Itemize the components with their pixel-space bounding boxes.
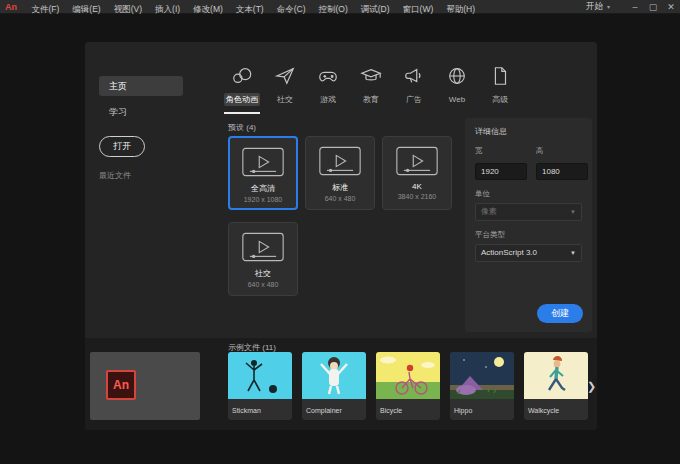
units-label: 单位 bbox=[475, 189, 582, 199]
video-preset-icon bbox=[306, 146, 374, 180]
menu-item[interactable]: 调试(D) bbox=[354, 4, 396, 14]
open-button[interactable]: 打开 bbox=[99, 136, 145, 157]
platform-value: ActionScript 3.0 bbox=[481, 248, 537, 257]
sidebar-item-home[interactable]: 主页 bbox=[99, 76, 183, 96]
presets-section-title: 预设 (4) bbox=[228, 122, 256, 133]
recent-files-label: 最近文件 bbox=[99, 170, 131, 181]
platform-label: 平台类型 bbox=[475, 230, 582, 240]
category-tabs: 角色动画 社交 游戏 教育 广告 Web 高级 bbox=[221, 64, 522, 114]
preset-card[interactable]: 全高清 1920 x 1080 bbox=[228, 136, 298, 210]
details-title: 详细信息 bbox=[475, 126, 582, 137]
height-label: 高 bbox=[536, 146, 588, 156]
video-preset-icon bbox=[229, 232, 297, 266]
title-bar: An 文件(F)编辑(E)视图(V)插入(I)修改(M)文本(T)命令(C)控制… bbox=[0, 0, 680, 14]
sample-card-stickman[interactable]: Stickman bbox=[228, 352, 292, 420]
sample-card-complainer[interactable]: Complainer bbox=[302, 352, 366, 420]
animate-logo-icon: An bbox=[106, 370, 136, 400]
menu-item[interactable]: 窗口(W) bbox=[396, 4, 440, 14]
menu-item[interactable]: 修改(M) bbox=[187, 4, 230, 14]
sample-thumbnail bbox=[450, 352, 514, 403]
sample-thumbnail bbox=[376, 352, 440, 403]
chevron-down-icon: ▼ bbox=[570, 204, 576, 220]
tab-社交[interactable]: 社交 bbox=[264, 64, 306, 114]
samples-footer: 示例文件 (11) An Stickman Complainer Bicycle… bbox=[85, 338, 597, 430]
sample-card-bicycle[interactable]: Bicycle bbox=[376, 352, 440, 420]
menu-item[interactable]: 编辑(E) bbox=[66, 4, 107, 14]
menu-bar: 文件(F)编辑(E)视图(V)插入(I)修改(M)文本(T)命令(C)控制(O)… bbox=[25, 0, 482, 16]
details-panel: 详细信息 宽 高 单位 像素 ▼ 平台类型 ActionScript 3.0 ▼… bbox=[465, 118, 592, 332]
sample-card-hippo[interactable]: Hippo bbox=[450, 352, 514, 420]
create-button[interactable]: 创建 bbox=[537, 304, 583, 323]
globe-icon bbox=[436, 64, 478, 88]
tab-广告[interactable]: 广告 bbox=[393, 64, 435, 114]
units-value: 像素 bbox=[481, 207, 497, 216]
paper-plane-icon bbox=[264, 64, 306, 88]
preset-grid: 全高清 1920 x 1080 标准 640 x 480 4K 3840 x 2… bbox=[228, 136, 463, 308]
game-controller-icon bbox=[307, 64, 349, 88]
tab-高级[interactable]: 高级 bbox=[479, 64, 521, 114]
preset-card[interactable]: 标准 640 x 480 bbox=[305, 136, 375, 210]
sample-thumbnail bbox=[302, 352, 366, 403]
character-animation-icon bbox=[221, 64, 263, 88]
titlebar-right: 开始 ▾ – ▢ ✕ bbox=[586, 0, 680, 14]
tab-教育[interactable]: 教育 bbox=[350, 64, 392, 114]
tab-角色动画[interactable]: 角色动画 bbox=[221, 64, 263, 114]
workspace-switcher[interactable]: 开始 bbox=[586, 1, 603, 13]
sidebar-item-learn[interactable]: 学习 bbox=[99, 102, 183, 122]
preset-card[interactable]: 4K 3840 x 2160 bbox=[382, 136, 452, 210]
graduation-cap-icon bbox=[350, 64, 392, 88]
maximize-button[interactable]: ▢ bbox=[644, 0, 662, 14]
sample-thumbnail bbox=[524, 352, 588, 403]
tab-游戏[interactable]: 游戏 bbox=[307, 64, 349, 114]
chevron-right-icon[interactable]: ❯ bbox=[587, 380, 596, 393]
menu-item[interactable]: 插入(I) bbox=[149, 4, 187, 14]
chevron-down-icon: ▼ bbox=[570, 245, 576, 261]
chevron-down-icon: ▾ bbox=[607, 3, 610, 10]
tab-Web[interactable]: Web bbox=[436, 64, 478, 114]
minimize-button[interactable]: – bbox=[626, 0, 644, 14]
width-input[interactable] bbox=[475, 163, 527, 180]
animate-banner[interactable]: An bbox=[90, 352, 200, 420]
video-preset-icon bbox=[230, 147, 296, 181]
platform-select[interactable]: ActionScript 3.0 ▼ bbox=[475, 244, 582, 262]
app-logo-icon: An bbox=[5, 2, 17, 12]
sample-card-walkcycle[interactable]: Walkcycle bbox=[524, 352, 588, 420]
document-icon bbox=[479, 64, 521, 88]
height-input[interactable] bbox=[536, 163, 588, 180]
start-screen-panel: 主页学习 打开 最近文件 角色动画 社交 游戏 教育 广告 Web 高级 预设 … bbox=[85, 42, 597, 430]
close-button[interactable]: ✕ bbox=[662, 0, 680, 14]
menu-item[interactable]: 文本(T) bbox=[229, 4, 270, 14]
video-preset-icon bbox=[383, 146, 451, 180]
menu-item[interactable]: 视图(V) bbox=[107, 4, 148, 14]
sample-thumbnail bbox=[228, 352, 292, 403]
megaphone-icon bbox=[393, 64, 435, 88]
menu-item[interactable]: 帮助(H) bbox=[440, 4, 482, 14]
menu-item[interactable]: 控制(O) bbox=[312, 4, 354, 14]
width-label: 宽 bbox=[475, 146, 527, 156]
menu-item[interactable]: 命令(C) bbox=[270, 4, 312, 14]
preset-card[interactable]: 社交 640 x 480 bbox=[228, 222, 298, 296]
menu-item[interactable]: 文件(F) bbox=[25, 4, 66, 14]
units-select: 像素 ▼ bbox=[475, 203, 582, 221]
